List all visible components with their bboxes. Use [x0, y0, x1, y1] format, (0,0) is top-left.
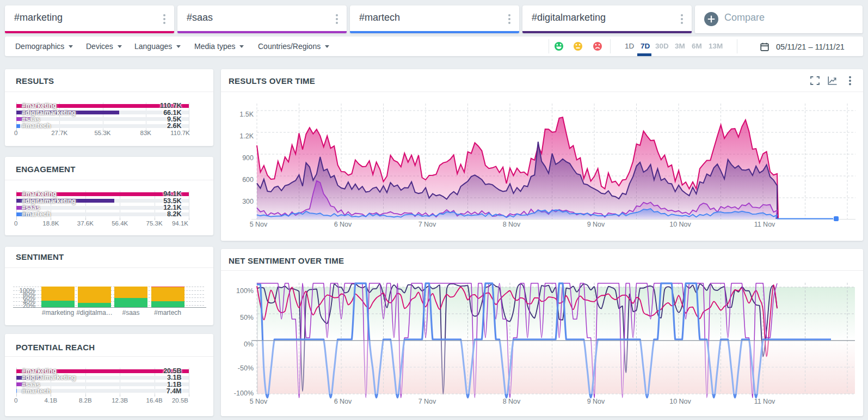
svg-text:5 Nov: 5 Nov	[250, 221, 268, 228]
svg-text:8 Nov: 8 Nov	[503, 398, 521, 405]
svg-text:10 Nov: 10 Nov	[669, 221, 691, 228]
svg-text:11 Nov: 11 Nov	[754, 398, 775, 405]
svg-text:8 Nov: 8 Nov	[503, 221, 521, 228]
svg-text:9 Nov: 9 Nov	[587, 398, 605, 405]
svg-text:900: 900	[242, 154, 254, 162]
svg-text:7 Nov: 7 Nov	[418, 398, 436, 405]
svg-text:10 Nov: 10 Nov	[669, 398, 691, 405]
svg-text:100%: 100%	[236, 287, 254, 295]
svg-text:300: 300	[242, 198, 254, 205]
svg-text:1.5K: 1.5K	[239, 111, 254, 118]
svg-text:600: 600	[242, 176, 254, 184]
svg-text:11 Nov: 11 Nov	[754, 221, 775, 228]
svg-text:0%: 0%	[244, 340, 254, 348]
svg-text:-100%: -100%	[234, 389, 254, 397]
svg-text:6 Nov: 6 Nov	[334, 398, 352, 405]
svg-text:7 Nov: 7 Nov	[418, 221, 436, 228]
svg-text:1.2K: 1.2K	[239, 132, 254, 140]
svg-text:50%: 50%	[240, 314, 254, 321]
svg-text:5 Nov: 5 Nov	[250, 398, 268, 405]
svg-text:9 Nov: 9 Nov	[587, 221, 605, 228]
svg-text:6 Nov: 6 Nov	[334, 221, 352, 228]
svg-text:-50%: -50%	[238, 364, 254, 372]
